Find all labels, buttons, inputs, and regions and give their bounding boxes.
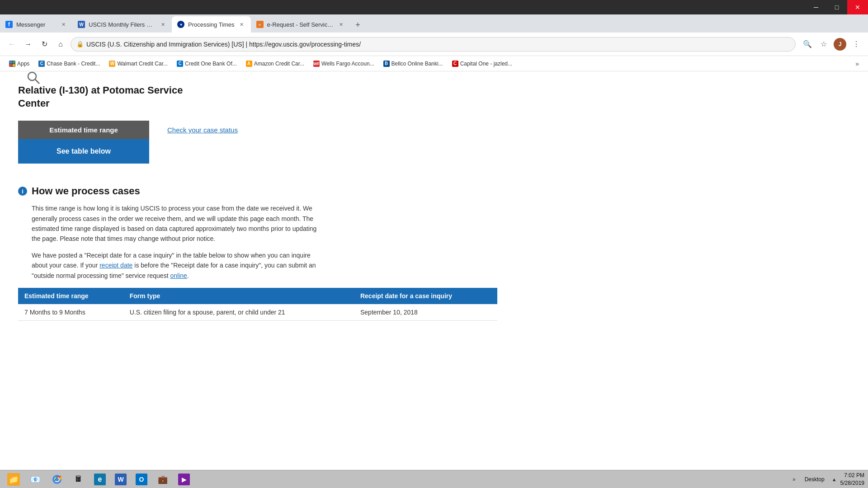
table-header-receipt-date: Receipt date for a case inquiry <box>354 288 497 304</box>
facebook-favicon: f <box>5 21 13 28</box>
tab-messenger-close[interactable]: ✕ <box>60 21 67 28</box>
amazon-label: Amazon Credit Car... <box>254 61 304 67</box>
chase-label: Chase Bank - Credit... <box>47 61 100 67</box>
time-range-value: See table below <box>18 139 149 164</box>
process-description: This time range is how long it is taking… <box>32 203 321 281</box>
taskbar-chrome[interactable] <box>47 472 67 487</box>
taskbar-media[interactable]: ▶ <box>175 472 193 487</box>
lock-icon: 🔒 <box>76 41 84 47</box>
menu-icon[interactable]: ⋮ <box>850 38 863 51</box>
media-icon: ▶ <box>178 474 190 485</box>
forward-button[interactable]: → <box>22 38 34 51</box>
svg-line-5 <box>35 80 39 84</box>
taskbar-mail[interactable]: 📧 <box>25 472 45 487</box>
taskbar-outlook[interactable]: O <box>132 472 151 487</box>
time-range-section: Estimated time range See table below Che… <box>18 121 850 174</box>
time-range-header: Estimated time range <box>18 121 149 139</box>
new-tab-button[interactable]: + <box>350 17 366 33</box>
erequest-favicon: e <box>256 21 264 28</box>
table-header-form-type: Form type <box>123 288 354 304</box>
search-icon[interactable]: 🔍 <box>801 38 814 51</box>
taskbar-word[interactable]: W <box>111 472 130 487</box>
bookmark-creditone[interactable]: C Credit One Bank Of... <box>173 59 241 69</box>
minimize-button[interactable]: ─ <box>806 0 826 14</box>
address-right-icons: 🔍 ☆ J ⋮ <box>801 38 863 51</box>
taskbar-time-display: 7:02 PM <box>840 472 864 479</box>
browser-content: Relative (I-130) at Potomac Service Cent… <box>0 71 868 470</box>
taskbar: 📁 📧 🖩 e W O 💼 ▶ » Desktop <box>0 470 868 488</box>
taskbar-right: » Desktop ▲ 7:02 PM 5/28/2019 <box>791 472 864 487</box>
bookmark-capitalone[interactable]: C Capital One - jazled... <box>448 59 516 69</box>
row-time-range: 7 Months to 9 Months <box>18 304 123 321</box>
title-bar: ─ □ ✕ <box>0 0 868 14</box>
tab-messenger[interactable]: f Messenger ✕ <box>0 16 72 33</box>
tab-erequest[interactable]: e e-Request - Self Service Tools ✕ <box>251 16 350 33</box>
bookmark-amazon[interactable]: A Amazon Credit Car... <box>242 59 308 69</box>
tab-erequest-close[interactable]: ✕ <box>338 21 345 28</box>
tab-bar: f Messenger ✕ W USCIS Monthly Filers & A… <box>0 14 868 33</box>
tab-uscis-monthly[interactable]: W USCIS Monthly Filers & Approva... ✕ <box>72 16 172 33</box>
maximize-button[interactable]: □ <box>826 0 847 14</box>
tab-uscis-close[interactable]: ✕ <box>159 21 166 28</box>
how-we-process-title: How we process cases <box>32 185 140 197</box>
bellco-label: Bellco Online Banki... <box>392 61 443 67</box>
tab-processing-close[interactable]: ✕ <box>238 21 245 28</box>
home-button[interactable]: ⌂ <box>54 38 67 51</box>
online-link[interactable]: online <box>170 272 187 279</box>
processing-times-table: Estimated time range Form type Receipt d… <box>18 288 497 321</box>
reload-button[interactable]: ↻ <box>38 38 51 51</box>
back-button[interactable]: ← <box>5 38 18 51</box>
word-icon: W <box>115 474 127 485</box>
how-we-process-section: i How we process cases <box>18 185 850 197</box>
window-controls: ─ □ ✕ <box>806 0 868 14</box>
tab-erequest-title: e-Request - Self Service Tools <box>267 21 334 28</box>
walmart-favicon: W <box>109 61 115 67</box>
bookmarks-overflow[interactable]: » <box>852 58 863 69</box>
taskbar-overflow[interactable]: » <box>791 476 797 483</box>
word-favicon: W <box>78 21 85 28</box>
url-bar[interactable]: 🔒 USCIS (U.S. Citizenship and Immigratio… <box>71 37 796 52</box>
taskbar-date-display: 5/28/2019 <box>840 479 864 487</box>
taskbar-briefcase[interactable]: 💼 <box>153 472 173 487</box>
bookmark-star-icon[interactable]: ☆ <box>817 38 830 51</box>
amazon-favicon: A <box>246 61 252 67</box>
walmart-label: Walmart Credit Car... <box>117 61 168 67</box>
taskbar-desktop-label[interactable]: Desktop <box>801 476 828 483</box>
bookmark-wellsfargo[interactable]: WF Wells Fargo Accoun... <box>310 59 378 69</box>
svg-rect-2 <box>9 64 12 66</box>
ie-icon: e <box>94 474 106 485</box>
tab-messenger-title: Messenger <box>16 21 56 28</box>
capitalone-label: Capital One - jazled... <box>460 61 512 67</box>
paragraph2-suffix: . <box>187 272 189 279</box>
profile-icon[interactable]: J <box>834 38 846 51</box>
taskbar-up-arrow: ▲ <box>832 477 837 482</box>
page-title: Relative (I-130) at Potomac Service Cent… <box>18 84 850 110</box>
title-line1: Relative (I-130) at Potomac Service <box>18 84 183 96</box>
bellco-favicon: B <box>383 61 390 67</box>
bookmark-bellco[interactable]: B Bellco Online Banki... <box>380 59 447 69</box>
bookmark-chase[interactable]: C Chase Bank - Credit... <box>35 59 104 69</box>
apps-favicon <box>9 61 15 67</box>
paragraph-1: This time range is how long it is taking… <box>32 203 321 244</box>
check-status-link[interactable]: Check your case status <box>167 126 238 134</box>
apps-label: Apps <box>17 61 29 67</box>
receipt-date-link[interactable]: receipt date <box>99 262 132 269</box>
outlook-icon: O <box>136 474 147 485</box>
capitalone-favicon: C <box>452 61 458 67</box>
tab-processing-title: Processing Times <box>188 21 235 28</box>
svg-point-4 <box>28 72 36 80</box>
tab-processing-times[interactable]: ★ Processing Times ✕ <box>172 16 251 33</box>
bookmark-apps[interactable]: Apps <box>5 59 33 69</box>
svg-rect-1 <box>13 61 15 63</box>
bookmark-walmart[interactable]: W Walmart Credit Car... <box>105 59 171 69</box>
svg-rect-0 <box>9 61 12 63</box>
creditone-favicon: C <box>177 61 183 67</box>
close-button[interactable]: ✕ <box>847 0 868 14</box>
title-line2: Center <box>18 98 50 109</box>
taskbar-file-manager[interactable]: 📁 <box>4 472 24 487</box>
table-header-time-range: Estimated time range <box>18 288 123 304</box>
calculator-icon: 🖩 <box>72 473 85 486</box>
taskbar-calculator[interactable]: 🖩 <box>69 472 89 487</box>
row-receipt-date: September 10, 2018 <box>354 304 497 321</box>
taskbar-ie[interactable]: e <box>90 472 109 487</box>
